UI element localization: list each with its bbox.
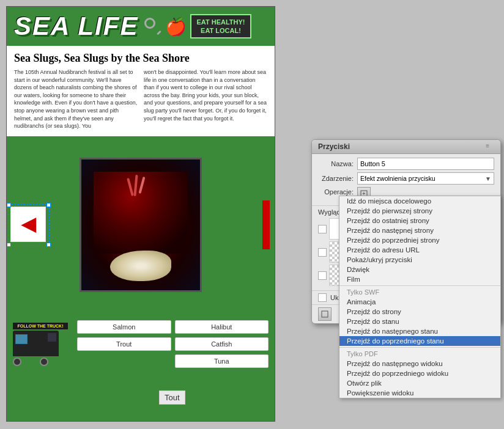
fish-button-catfish[interactable]: Catfish (175, 337, 269, 351)
fish-button-halibut[interactable]: Halibut (175, 320, 269, 334)
operacje-label: Operacje: (318, 187, 354, 196)
menu-item-1[interactable]: Przejdź do pierwszej strony (339, 206, 500, 216)
menu-section-pdf: Tylko PDF (339, 349, 500, 359)
sea-slug-content (81, 160, 200, 290)
article-section: Sea Slugs, Sea Slugs by the Sea Shore Th… (7, 46, 275, 136)
nazwa-row: Nazwa: (318, 158, 494, 170)
menu-sep-2 (339, 347, 500, 348)
dropdown-menu: Idź do miejsca docelowego Przejdź do pie… (339, 196, 501, 398)
menu-sep-1 (339, 285, 500, 286)
nazwa-label: Nazwa: (318, 160, 354, 167)
ukryty-checkbox[interactable] (318, 293, 327, 302)
wyglad-check-3[interactable] (318, 271, 327, 280)
arrow-button-wrapper[interactable]: ◀ (10, 207, 47, 243)
menu-item-14-selected[interactable]: Przejdź do poprzedniego stanu (339, 336, 500, 346)
handle-tl (7, 203, 11, 207)
menu-item-12[interactable]: Przejdź do stanu (339, 317, 500, 326)
corner-indicator: ≡ (486, 142, 489, 149)
nazwa-input[interactable] (357, 158, 494, 170)
select-arrow-icon: ▼ (485, 175, 491, 182)
menu-item-18[interactable]: Otwórz plik (339, 378, 500, 388)
sea-slug-image (80, 158, 202, 292)
bottom-section: FOLLOW THE TRUCK! Salmon Halibut Trout C… (7, 314, 275, 375)
menu-item-3[interactable]: Przejdź do następnej strony (339, 226, 500, 235)
zdarzenie-select[interactable]: Efekt zwolnienia przycisku ▼ (357, 172, 494, 185)
fish-buttons-grid: Salmon Halibut Trout Catfish Tuna (77, 320, 269, 368)
menu-section-swf: Tylko SWF (339, 287, 500, 297)
panel-header: Przyciski ≡ (312, 140, 500, 154)
document-header: SEA LIFE 🍎 EAT HEALTHY! EAT LOCAL! (7, 7, 275, 46)
menu-item-6[interactable]: Pokaż/ukryj przyciski (339, 255, 500, 265)
handle-bl (7, 243, 11, 247)
search-icon (144, 18, 161, 35)
menu-item-7[interactable]: Dźwięk (339, 265, 500, 274)
menu-item-2[interactable]: Przejdź do ostatniej strony (339, 216, 500, 226)
menu-item-4[interactable]: Przejdź do poprzedniej strony (339, 235, 500, 245)
menu-item-11[interactable]: Przejdź do strony (339, 307, 500, 317)
zdarzenie-value: Efekt zwolnienia przycisku (360, 175, 435, 182)
wheel-back (40, 358, 48, 366)
menu-item-13[interactable]: Przejdź do następnego stanu (339, 326, 500, 336)
truck-body-area (13, 331, 68, 356)
svg-rect-2 (322, 311, 328, 317)
green-middle-section: ◀ (7, 136, 275, 314)
menu-item-16[interactable]: Przejdź do następnego widoku (339, 359, 500, 369)
arrow-button-container: ◀ (10, 207, 47, 243)
article-title: Sea Slugs, Sea Slugs by the Sea Shore (14, 52, 267, 65)
wyglad-check-2[interactable] (318, 248, 327, 257)
handle-tr (46, 203, 51, 207)
fish-button-salmon[interactable]: Salmon (77, 320, 171, 334)
zdarzenie-label: Zdarzenie: (318, 175, 354, 182)
panel-title: Przyciski (318, 142, 350, 151)
truck-window (15, 334, 28, 344)
menu-item-5[interactable]: Przejdź do adresu URL (339, 245, 500, 255)
handle-br (46, 243, 51, 247)
document-area: SEA LIFE 🍎 EAT HEALTHY! EAT LOCAL! Sea S… (6, 6, 275, 422)
zdarzenie-row: Zdarzenie: Efekt zwolnienia przycisku ▼ (318, 172, 494, 185)
menu-item-0[interactable]: Idź do miejsca docelowego (339, 196, 500, 206)
article-col1: The 105th Annual Nudibranch festival is … (14, 68, 138, 130)
food-truck: FOLLOW THE TRUCK! (13, 323, 68, 365)
tout-label: Tout (159, 391, 185, 405)
article-col2: won't be disappointed. You'll learn more… (144, 68, 267, 130)
article-columns: The 105th Annual Nudibranch festival is … (14, 68, 267, 130)
sea-life-title: SEA LIFE (14, 12, 138, 41)
eat-healthy-box: EAT HEALTHY! EAT LOCAL! (190, 14, 251, 39)
wheel-front (13, 358, 21, 366)
menu-item-10[interactable]: Animacja (339, 297, 500, 307)
selection-outline (8, 204, 50, 246)
apple-icon: 🍎 (165, 16, 187, 37)
truck-body (13, 331, 59, 356)
right-indicator (262, 200, 270, 249)
menu-item-8[interactable]: Film (339, 274, 500, 284)
fish-button-tuna[interactable]: Tuna (175, 354, 269, 368)
panel-bottom-btn[interactable] (318, 307, 332, 321)
wyglad-check-1[interactable] (318, 225, 327, 233)
truck-wheels (13, 358, 68, 366)
food-truck-sign: FOLLOW THE TRUCK! (13, 323, 68, 329)
header-icons: 🍎 EAT HEALTHY! EAT LOCAL! (144, 14, 251, 39)
slug-body (110, 251, 171, 281)
fish-button-trout[interactable]: Trout (77, 337, 171, 351)
menu-item-19[interactable]: Powiększenie widoku (339, 388, 500, 398)
truck-side (48, 333, 56, 342)
menu-item-17[interactable]: Przejdź do poprzedniego widoku (339, 369, 500, 378)
